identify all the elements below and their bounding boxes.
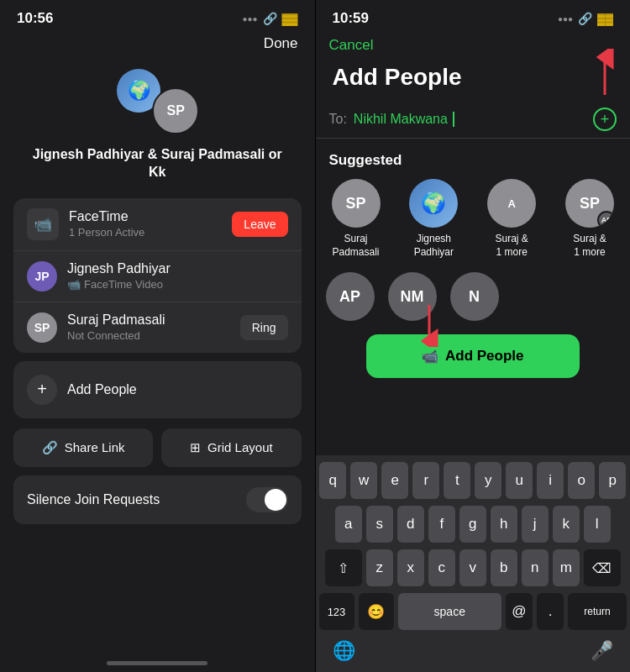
group-name: Jignesh Padhiyar & Suraj Padmasali or Kk xyxy=(0,146,315,181)
to-field: To: Nikhil Makwana + xyxy=(316,101,631,139)
facetime-name: FaceTime xyxy=(69,209,232,224)
leave-button[interactable]: Leave xyxy=(232,212,287,237)
add-people-title: Add People xyxy=(316,57,631,101)
key-y[interactable]: y xyxy=(475,462,501,499)
arrow-up-indicator xyxy=(592,49,617,99)
suggested-item-s2[interactable]: SP AP Suraj &1 more xyxy=(559,179,620,259)
sug-avatar-s2: SP AP xyxy=(565,179,614,228)
key-f[interactable]: f xyxy=(428,506,455,543)
key-h[interactable]: h xyxy=(491,506,517,543)
key-q[interactable]: q xyxy=(319,462,346,499)
grid-layout-button[interactable]: ⊞ Grid Layout xyxy=(161,428,301,467)
add-people-button[interactable]: 📹 Add People xyxy=(366,334,580,378)
status-bar-left: 10:56 ●●● 🔗 ▓▓ xyxy=(0,0,315,34)
key-return[interactable]: return xyxy=(568,593,627,630)
sug-avatar-sp: SP xyxy=(332,179,381,228)
cancel-button[interactable]: Cancel xyxy=(329,34,374,56)
jignesh-info: Jignesh Padhiyar 📹 FaceTime Video xyxy=(67,261,288,291)
key-delete[interactable]: ⌫ xyxy=(584,549,621,586)
avatar-n[interactable]: N xyxy=(450,272,499,321)
suggested-label: Suggested xyxy=(316,145,631,179)
key-u[interactable]: u xyxy=(506,462,533,499)
key-emoji[interactable]: 😊 xyxy=(359,593,394,630)
add-people-row[interactable]: + Add People xyxy=(13,361,302,418)
facetime-info: FaceTime 1 Person Active xyxy=(69,209,232,239)
group-avatars: 🌍 SP xyxy=(115,67,199,134)
key-l[interactable]: l xyxy=(584,506,611,543)
key-t[interactable]: t xyxy=(444,462,470,499)
key-space[interactable]: space xyxy=(398,593,502,630)
sug-avatar-s1: A xyxy=(487,179,536,228)
kb-bottom-bar: 🌐 🎤 xyxy=(319,637,627,669)
suraj-sub: Not Connected xyxy=(67,329,240,342)
key-d[interactable]: d xyxy=(397,506,424,543)
call-item-facetime: 📹 FaceTime 1 Person Active Leave xyxy=(13,198,302,251)
key-g[interactable]: g xyxy=(459,506,486,543)
link-icon: 🔗 xyxy=(263,12,277,25)
toggle-knob xyxy=(265,489,286,511)
video-sub-icon: 📹 xyxy=(67,278,81,291)
suggested-item-sp[interactable]: SP SurajPadmasali xyxy=(326,179,386,259)
video-icon: 📹 xyxy=(34,215,52,234)
share-link-button[interactable]: 🔗 Share Link xyxy=(13,428,153,467)
right-status-icons: ●●● 🔗 ▓▓ xyxy=(558,12,613,25)
call-list: 📹 FaceTime 1 Person Active Leave JP Jign… xyxy=(13,198,302,353)
key-k[interactable]: k xyxy=(553,506,580,543)
silence-toggle[interactable] xyxy=(246,487,288,512)
jignesh-name: Jignesh Padhiyar xyxy=(67,261,288,276)
key-i[interactable]: i xyxy=(537,462,564,499)
done-button[interactable]: Done xyxy=(264,35,298,52)
key-n[interactable]: n xyxy=(522,549,549,586)
key-p[interactable]: p xyxy=(599,462,626,499)
facetime-sub: 1 Person Active xyxy=(69,226,232,239)
key-j[interactable]: j xyxy=(522,506,549,543)
suggested-item-s1[interactable]: A Suraj &1 more xyxy=(481,179,542,259)
mic-icon[interactable]: 🎤 xyxy=(591,640,613,662)
text-cursor xyxy=(453,112,454,127)
key-a[interactable]: a xyxy=(335,506,362,543)
share-link-label: Share Link xyxy=(65,440,125,454)
suraj-info: Suraj Padmasali Not Connected xyxy=(67,312,240,342)
key-o[interactable]: o xyxy=(568,462,595,499)
key-dot[interactable]: . xyxy=(537,593,564,630)
facetime-icon-box: 📹 xyxy=(27,208,59,240)
kb-row-1: q w e r t y u i o p xyxy=(319,462,627,499)
key-at[interactable]: @ xyxy=(506,593,533,630)
key-s[interactable]: s xyxy=(366,506,393,543)
home-indicator-left xyxy=(107,661,207,665)
time-right: 10:59 xyxy=(333,10,369,27)
key-v[interactable]: v xyxy=(459,549,486,586)
to-label: To: xyxy=(329,112,347,127)
keyboard: q w e r t y u i o p a s d f g h j k l ⇧ … xyxy=(316,455,631,672)
left-panel: 10:56 ●●● 🔗 ▓▓ Done 🌍 SP Jignesh Padhiya… xyxy=(0,0,315,672)
suggested-item-jp[interactable]: 🌍 JigneshPadhiyar xyxy=(403,179,464,259)
call-item-jignesh: JP Jignesh Padhiyar 📹 FaceTime Video xyxy=(13,251,302,302)
suggested-row: SP SurajPadmasali 🌍 JigneshPadhiyar A Su… xyxy=(316,179,631,259)
key-z[interactable]: z xyxy=(366,549,393,586)
add-people-btn-label: Add People xyxy=(445,348,524,365)
key-e[interactable]: e xyxy=(381,462,408,499)
bottom-buttons: 🔗 Share Link ⊞ Grid Layout xyxy=(13,428,302,467)
second-row-avatars: AP NM N xyxy=(316,259,631,328)
badge-ap: AP xyxy=(597,211,614,228)
right-panel: 10:59 ●●● 🔗 ▓▓ Cancel Add People To: Nik… xyxy=(316,0,631,672)
globe-icon[interactable]: 🌐 xyxy=(333,640,355,662)
key-shift[interactable]: ⇧ xyxy=(325,549,362,586)
key-x[interactable]: x xyxy=(397,549,424,586)
key-r[interactable]: r xyxy=(412,462,439,499)
avatar-jp: JP xyxy=(27,261,57,291)
cancel-area: Cancel xyxy=(316,34,631,57)
key-c[interactable]: c xyxy=(428,549,455,586)
add-contact-button[interactable]: + xyxy=(593,108,617,131)
kb-row-2: a s d f g h j k l xyxy=(319,506,627,543)
avatar-ap[interactable]: AP xyxy=(326,272,375,321)
key-w[interactable]: w xyxy=(350,462,377,499)
key-123[interactable]: 123 xyxy=(319,593,354,630)
plus-icon: + xyxy=(27,375,57,405)
ring-button[interactable]: Ring xyxy=(240,315,288,340)
key-m[interactable]: m xyxy=(553,549,580,586)
battery-left: ▓▓ xyxy=(282,13,298,25)
add-people-label: Add People xyxy=(67,382,137,397)
key-b[interactable]: b xyxy=(491,549,517,586)
avatar-sp: SP xyxy=(152,87,199,134)
